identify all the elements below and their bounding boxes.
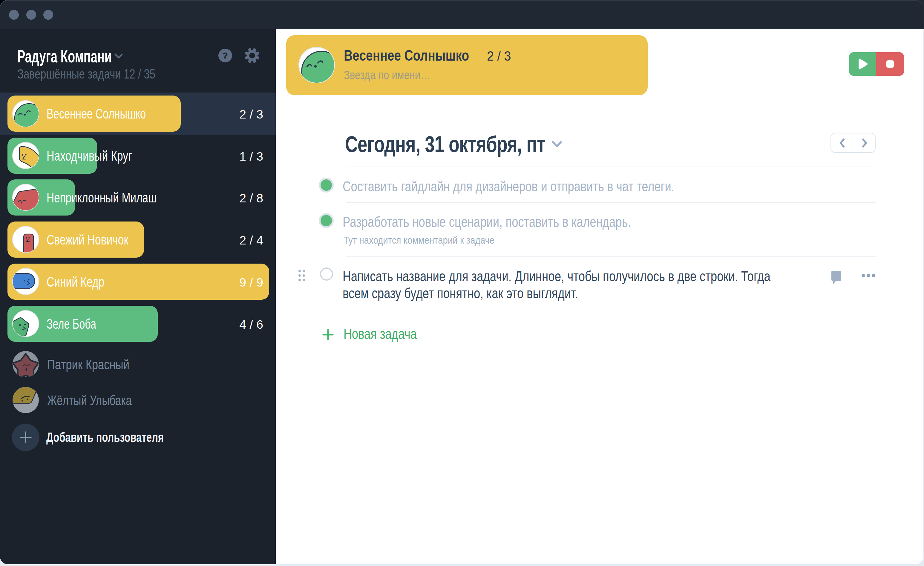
svg-text:?: ?	[222, 51, 228, 60]
